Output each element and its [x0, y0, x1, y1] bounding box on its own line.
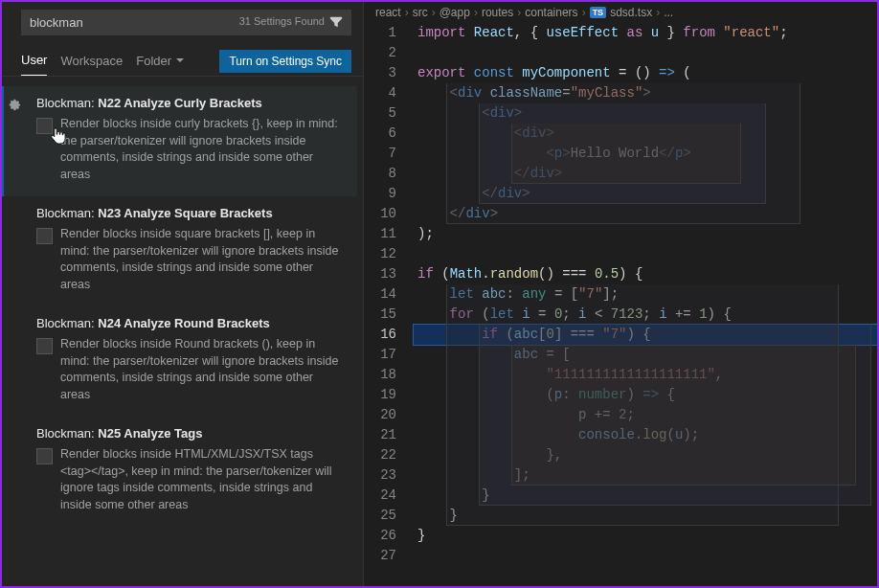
chevron-down-icon: [175, 56, 185, 65]
code-line[interactable]: <div>: [414, 124, 877, 144]
breadcrumb-item[interactable]: containers: [525, 6, 577, 19]
code-line[interactable]: }: [414, 486, 877, 506]
breadcrumb-item[interactable]: src: [413, 6, 428, 19]
line-number: 11: [364, 224, 396, 244]
line-number: 18: [364, 365, 396, 385]
code-content[interactable]: import React, { useEffect as u } from "r…: [414, 23, 877, 586]
code-line[interactable]: <div className="myClass">: [414, 83, 877, 103]
chevron-right-icon: ›: [432, 6, 436, 19]
line-number: 24: [364, 486, 396, 506]
setting-item[interactable]: Blockman: N23 Analyze Square BracketsRen…: [2, 196, 357, 306]
code-line[interactable]: console.log(u);: [414, 425, 877, 445]
breadcrumb-item[interactable]: react: [375, 6, 401, 19]
file-type-badge: TS: [590, 7, 607, 18]
line-number: 22: [364, 445, 396, 465]
breadcrumb-item[interactable]: @app: [440, 6, 470, 19]
settings-sync-button[interactable]: Turn on Settings Sync: [219, 50, 351, 73]
code-line[interactable]: </div>: [414, 204, 877, 224]
line-number: 20: [364, 405, 396, 425]
settings-filter-icon[interactable]: [328, 14, 344, 30]
line-number: 6: [364, 124, 396, 144]
gear-icon[interactable]: [8, 98, 21, 111]
code-line[interactable]: }: [414, 526, 877, 546]
breadcrumb-item[interactable]: routes: [482, 6, 513, 19]
settings-tabs: User Workspace Folder Turn on Settings S…: [2, 41, 363, 77]
code-line[interactable]: if (Math.random() === 0.5) {: [414, 264, 877, 284]
code-line[interactable]: <div>: [414, 103, 877, 124]
code-line[interactable]: if (abc[0] === "7") {: [414, 325, 877, 345]
line-number: 17: [364, 345, 396, 365]
breadcrumbs[interactable]: react›src›@app›routes›containers›TSsdsd.…: [364, 2, 877, 23]
line-number: 7: [364, 144, 396, 164]
setting-item[interactable]: Blockman: N24 Analyze Round BracketsRend…: [2, 306, 357, 417]
code-line[interactable]: }: [414, 506, 877, 526]
line-number: 25: [364, 506, 396, 526]
tab-folder-label: Folder: [136, 54, 171, 68]
tab-folder[interactable]: Folder: [136, 48, 185, 76]
code-line[interactable]: import React, { useEffect as u } from "r…: [414, 23, 877, 43]
line-number: 9: [364, 184, 396, 204]
code-line[interactable]: for (let i = 0; i < 7123; i += 1) {: [414, 305, 877, 325]
breadcrumb-item[interactable]: ...: [664, 6, 673, 19]
tab-workspace[interactable]: Workspace: [60, 48, 123, 76]
line-number: 15: [364, 305, 396, 325]
code-line[interactable]: [414, 546, 877, 566]
settings-list[interactable]: Blockman: N22 Analyze Curly BracketsRend…: [2, 77, 363, 586]
setting-checkbox[interactable]: [36, 228, 53, 244]
code-line[interactable]: },: [414, 445, 877, 465]
line-number: 1: [364, 23, 396, 43]
code-line[interactable]: <p>Hello World</p>: [414, 144, 877, 164]
code-line[interactable]: (p: number) => {: [414, 385, 877, 405]
editor-panel: react›src›@app›routes›containers›TSsdsd.…: [364, 2, 877, 586]
code-line[interactable]: [414, 244, 877, 264]
code-line[interactable]: "1111111111111111111",: [414, 365, 877, 385]
line-number: 5: [364, 103, 396, 124]
setting-item[interactable]: Blockman: N25 Analyze TagsRender blocks …: [2, 417, 357, 527]
setting-title: Blockman: N22 Analyze Curly Brackets: [36, 96, 344, 110]
line-number: 2: [364, 43, 396, 63]
line-number: 21: [364, 425, 396, 445]
chevron-right-icon: ›: [405, 6, 409, 19]
setting-body: Render blocks inside HTML/XML/JSX/TSX ta…: [36, 446, 344, 513]
setting-title: Blockman: N24 Analyze Round Brackets: [36, 316, 344, 330]
code-line[interactable]: </div>: [414, 164, 877, 184]
code-line[interactable]: );: [414, 224, 877, 244]
chevron-right-icon: ›: [656, 6, 660, 19]
line-number: 27: [364, 546, 396, 566]
setting-description: Render blocks inside HTML/XML/JSX/TSX ta…: [60, 446, 344, 513]
chevron-right-icon: ›: [474, 6, 478, 19]
code-line[interactable]: export const myComponent = () => (: [414, 63, 877, 83]
line-number: 13: [364, 264, 396, 284]
code-line[interactable]: abc = [: [414, 345, 877, 365]
settings-search-row: 31 Settings Found: [2, 2, 363, 41]
code-line[interactable]: </div>: [414, 184, 877, 204]
setting-body: Render blocks inside square brackets [],…: [36, 226, 344, 293]
setting-item[interactable]: Blockman: N22 Analyze Curly BracketsRend…: [2, 86, 357, 196]
chevron-right-icon: ›: [517, 6, 521, 19]
setting-body: Render blocks inside curly brackets {}, …: [36, 116, 344, 183]
setting-description: Render blocks inside curly brackets {}, …: [60, 116, 344, 183]
line-number: 16: [364, 325, 396, 345]
line-number: 12: [364, 244, 396, 264]
breadcrumb-item[interactable]: sdsd.tsx: [610, 6, 652, 19]
setting-description: Render blocks inside square brackets [],…: [60, 226, 344, 293]
code-line[interactable]: ];: [414, 465, 877, 486]
setting-body: Render blocks inside Round brackets (), …: [36, 336, 344, 403]
code-line[interactable]: let abc: any = ["7"];: [414, 284, 877, 305]
setting-checkbox[interactable]: [36, 118, 53, 134]
code-line[interactable]: [414, 43, 877, 63]
tab-user[interactable]: User: [21, 47, 47, 76]
line-number: 26: [364, 526, 396, 546]
code-line[interactable]: p += 2;: [414, 405, 877, 425]
chevron-right-icon: ›: [582, 6, 586, 19]
line-number: 4: [364, 83, 396, 103]
setting-checkbox[interactable]: [36, 448, 53, 464]
line-number: 14: [364, 284, 396, 305]
setting-description: Render blocks inside Round brackets (), …: [60, 336, 344, 403]
line-number: 10: [364, 204, 396, 224]
settings-panel: 31 Settings Found User Workspace Folder …: [2, 2, 364, 586]
setting-checkbox[interactable]: [36, 338, 53, 354]
line-number: 8: [364, 164, 396, 184]
code-area[interactable]: 1234567891011121314151617181920212223242…: [364, 23, 877, 586]
line-number: 19: [364, 385, 396, 405]
